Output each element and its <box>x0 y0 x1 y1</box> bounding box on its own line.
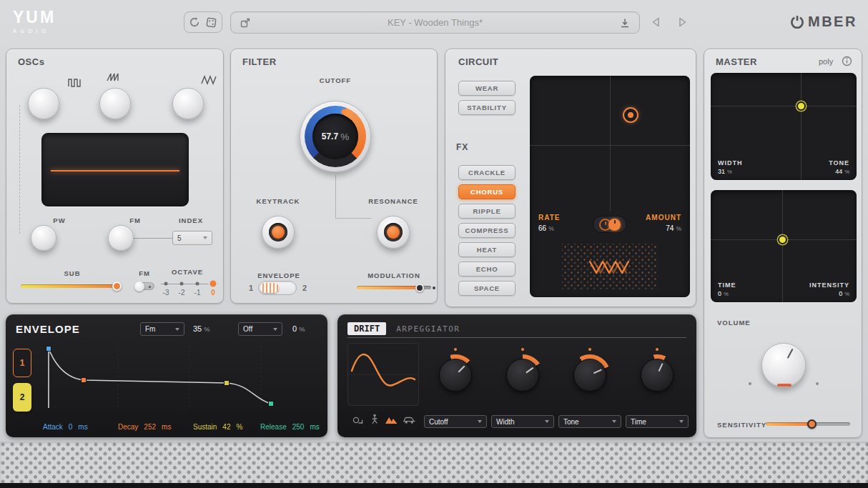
pulse-wave-icon[interactable] <box>68 78 85 88</box>
preset-next-button[interactable] <box>678 16 688 28</box>
preset-load-icon[interactable] <box>240 17 251 29</box>
envelope-tab-1[interactable]: 1 <box>13 349 31 377</box>
modulation-slider-thumb[interactable] <box>415 284 424 292</box>
chevron-down-icon <box>273 328 277 331</box>
wear-button[interactable]: WEAR <box>458 81 516 96</box>
drift-knob3[interactable] <box>573 359 606 392</box>
fx-button-ripple[interactable]: RIPPLE <box>458 204 516 219</box>
drift-mode-snail-icon[interactable] <box>352 414 365 425</box>
fx-button-chorus[interactable]: CHORUS <box>458 184 516 199</box>
keytrack-knob-center[interactable] <box>272 226 285 239</box>
octave-value[interactable]: 0 <box>205 289 221 297</box>
fx-button-echo[interactable]: ECHO <box>458 262 516 277</box>
decay-handle[interactable] <box>82 378 87 383</box>
cutoff-label: CUTOFF <box>320 76 351 84</box>
env-mod-slot2-dropdown[interactable]: Off <box>238 322 282 336</box>
drift-knob4[interactable] <box>641 359 674 392</box>
envelope-option-2[interactable]: 2 <box>302 284 307 292</box>
octave-dot[interactable] <box>164 282 168 286</box>
drift-knob4-target: Time <box>631 418 646 426</box>
saw-wave-icon[interactable] <box>107 72 121 82</box>
sensitivity-slider-thumb[interactable] <box>807 419 817 429</box>
osc1-knob[interactable] <box>28 88 59 119</box>
octave-value[interactable]: -1 <box>189 289 205 297</box>
octave-dot[interactable] <box>180 282 184 286</box>
pad2-dot[interactable] <box>779 236 786 243</box>
sub-slider[interactable] <box>21 284 121 288</box>
fm-switch[interactable] <box>135 282 154 290</box>
fx-xy-pad[interactable]: RATE 66% AMOUNT 74% <box>530 76 690 297</box>
sub-slider-thumb[interactable] <box>112 282 122 291</box>
circuit-panel: CIRCUIT WEAR STABILITY FX CRACKLE CHORUS… <box>445 49 696 307</box>
release-handle[interactable] <box>269 402 274 407</box>
drift-knob4-target-dropdown[interactable]: Time <box>626 415 689 428</box>
stability-button[interactable]: STABILITY <box>458 100 516 115</box>
volume-knob[interactable] <box>761 343 806 387</box>
attack-handle[interactable] <box>46 347 51 352</box>
pw-knob[interactable] <box>31 225 56 251</box>
octave-dot[interactable] <box>210 281 217 287</box>
preset-name[interactable]: KEY - Wooden Things* <box>251 17 619 28</box>
fx-button-heat[interactable]: HEAT <box>458 242 516 257</box>
osc3-knob[interactable] <box>172 88 204 119</box>
drift-mode-mountain-icon[interactable] <box>385 415 398 424</box>
randomize-dice-icon[interactable] <box>205 16 217 29</box>
pad1-dot[interactable] <box>798 103 804 109</box>
tab-drift[interactable]: DRIFT <box>347 322 386 335</box>
fm-switch-knob[interactable] <box>134 282 144 292</box>
drift-knob2-pointer <box>526 367 533 374</box>
drift-knob2[interactable] <box>506 359 539 392</box>
time-value: 0 <box>718 290 721 297</box>
fx-button-space[interactable]: SPACE <box>458 281 516 296</box>
drift-knob3-target-dropdown[interactable]: Tone <box>558 415 621 428</box>
sensitivity-slider[interactable] <box>766 422 850 426</box>
preset-prev-button[interactable] <box>651 16 661 28</box>
tab-arpeggiator[interactable]: ARPEGGIATOR <box>396 324 460 334</box>
filter-envelope-toggle[interactable] <box>258 281 297 295</box>
width-tone-pad[interactable]: WIDTH 31% TONE 44% <box>711 73 857 180</box>
pad1-left-readout: WIDTH 31% <box>718 159 743 175</box>
index-dropdown[interactable]: 5 <box>172 231 212 245</box>
envelope-graph[interactable] <box>39 342 320 412</box>
drift-knob1[interactable] <box>439 359 472 392</box>
drift-mode-walk-icon[interactable] <box>370 414 379 425</box>
fx-button-crackle[interactable]: CRACKLE <box>458 165 516 180</box>
resonance-label: RESONANCE <box>368 197 418 205</box>
octave-value[interactable]: -2 <box>174 289 189 297</box>
preset-save-icon[interactable] <box>619 17 631 29</box>
chevron-down-icon <box>679 420 684 423</box>
octave-value[interactable]: -3 <box>158 289 174 297</box>
fm-knob[interactable] <box>108 225 134 251</box>
fx-pad-crosshair-h <box>530 145 690 146</box>
voice-mode-toggle[interactable]: poly <box>819 57 833 66</box>
modulation-slider-end-dot <box>433 287 435 289</box>
info-icon[interactable] <box>842 56 852 66</box>
drift-mode-vehicle-icon[interactable] <box>403 415 416 424</box>
envelope-option-1[interactable]: 1 <box>249 284 253 292</box>
osc2-knob[interactable] <box>99 88 131 119</box>
cutoff-knob-face[interactable]: 57.7 % <box>312 114 358 159</box>
drift-knob1-target-dropdown[interactable]: Cutoff <box>424 415 487 428</box>
fx-pad-dot[interactable] <box>623 107 638 123</box>
filter-envelope-toggle-handle[interactable] <box>260 283 279 293</box>
fx-pad-dot-center <box>628 112 633 118</box>
env-mod-slot1-dropdown[interactable]: Fm <box>140 322 184 336</box>
env-mod-slot2-value: Off <box>243 325 252 333</box>
drift-knob2-target-dropdown[interactable]: Width <box>491 415 554 428</box>
octave-dot[interactable] <box>196 282 199 286</box>
triangle-wave-icon[interactable] <box>201 75 218 85</box>
sustain-handle[interactable] <box>225 381 230 386</box>
preset-browser[interactable]: KEY - Wooden Things* <box>230 11 640 34</box>
octave-selector[interactable]: -3 -2 -1 0 <box>158 278 221 299</box>
time-intensity-pad[interactable]: TIME 0% INTENSITY 0% <box>711 190 857 302</box>
resonance-knob-center[interactable] <box>387 226 400 239</box>
fx-button-compress[interactable]: COMPRESS <box>458 223 516 238</box>
undo-history-icon[interactable] <box>189 16 200 28</box>
modulation-slider[interactable] <box>357 286 431 289</box>
logo-text-top: YUM <box>13 8 56 27</box>
envelope-tab-2[interactable]: 2 <box>13 383 31 412</box>
drift-knob4-pointer <box>659 363 664 372</box>
fx-power-toggle[interactable] <box>593 216 627 233</box>
rate-label: RATE <box>538 214 560 221</box>
amount-unit: % <box>676 225 681 232</box>
